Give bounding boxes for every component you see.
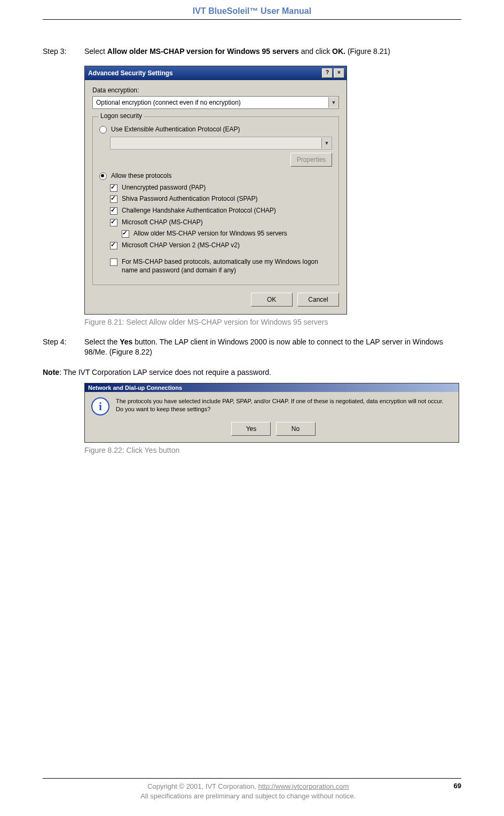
checkbox-mschap2[interactable] bbox=[110, 242, 117, 249]
logon-security-group: Logon security Use Extensible Authentica… bbox=[92, 116, 339, 285]
page-number: 69 bbox=[454, 782, 461, 790]
doc-header: IVT BlueSoleil™ User Manual bbox=[43, 6, 461, 19]
checkbox-auto-logon[interactable] bbox=[110, 258, 117, 266]
checkbox-chap[interactable] bbox=[110, 207, 117, 215]
eap-combo: ▼ bbox=[110, 137, 332, 150]
encryption-value: Optional encryption (connect even if no … bbox=[93, 99, 328, 106]
figure-8-22-caption: Figure 8.22: Click Yes button bbox=[84, 446, 461, 454]
step4-row: Step 4: Select the Yes button. The LAP c… bbox=[43, 337, 461, 358]
radio-eap[interactable] bbox=[99, 126, 107, 134]
doc-footer: Copyright © 2001, IVT Corporation, http:… bbox=[43, 778, 461, 801]
properties-button: Properties bbox=[290, 153, 332, 167]
dialog2-title: Network and Dial-up Connections bbox=[88, 385, 456, 391]
checkbox-mschap2-label: Microsoft CHAP Version 2 (MS-CHAP v2) bbox=[122, 241, 240, 250]
dialog1-titlebar: Advanced Security Settings ? × bbox=[85, 66, 346, 80]
checkbox-mschap-older[interactable] bbox=[122, 230, 129, 238]
checkbox-mschap-older-label: Allow older MS-CHAP version for Windows … bbox=[133, 230, 287, 238]
step3-post: (Figure 8.21) bbox=[345, 47, 390, 56]
checkbox-pap[interactable] bbox=[110, 184, 117, 192]
checkbox-mschap[interactable] bbox=[110, 219, 117, 226]
cancel-button[interactable]: Cancel bbox=[297, 293, 339, 307]
figure-8-21-caption: Figure 8.21: Select Allow older MS-CHAP … bbox=[84, 318, 461, 326]
checkbox-mschap-label: Microsoft CHAP (MS-CHAP) bbox=[122, 218, 203, 227]
info-icon: i bbox=[91, 397, 109, 415]
step3-label: Step 3: bbox=[43, 46, 84, 57]
step4-body: Select the Yes button. The LAP client in… bbox=[84, 337, 461, 358]
note-row: Note: The IVT Corporation LAP service do… bbox=[43, 367, 461, 378]
yes-button[interactable]: Yes bbox=[231, 422, 271, 436]
note-label: Note bbox=[43, 368, 59, 376]
step3-row: Step 3: Select Allow older MS-CHAP versi… bbox=[43, 46, 461, 57]
logon-security-legend: Logon security bbox=[98, 112, 144, 120]
dialog2-titlebar: Network and Dial-up Connections bbox=[85, 383, 459, 392]
checkbox-auto-logon-label: For MS-CHAP based protocols, automatical… bbox=[122, 258, 332, 274]
footer-disclaimer: All specifications are preliminary and s… bbox=[140, 792, 356, 800]
checkbox-chap-label: Challenge Handshake Authentication Proto… bbox=[122, 207, 276, 215]
chevron-down-icon: ▼ bbox=[321, 138, 332, 148]
step3-bold2: OK. bbox=[332, 47, 345, 56]
footer-copyright: Copyright © 2001, IVT Corporation, bbox=[147, 782, 258, 790]
dialog2-message: The protocols you have selected include … bbox=[116, 397, 452, 413]
step3-mid: and click bbox=[299, 47, 332, 56]
radio-allow-protocols[interactable] bbox=[99, 172, 107, 180]
step3-bold1: Allow older MS-CHAP version for Windows … bbox=[107, 47, 299, 56]
advanced-security-dialog: Advanced Security Settings ? × Data encr… bbox=[84, 66, 347, 315]
footer-link[interactable]: http://www.ivtcorporation.com bbox=[258, 782, 349, 790]
encryption-label: Data encryption: bbox=[92, 87, 339, 94]
ok-button[interactable]: OK bbox=[251, 293, 293, 307]
chevron-down-icon[interactable]: ▼ bbox=[328, 97, 338, 108]
step3-body: Select Allow older MS-CHAP version for W… bbox=[84, 46, 461, 57]
header-rule bbox=[43, 19, 461, 20]
checkbox-pap-label: Unencrypted password (PAP) bbox=[122, 184, 206, 192]
step4-post: button. The LAP client in Windows 2000 i… bbox=[84, 338, 443, 357]
checkbox-spap[interactable] bbox=[110, 195, 117, 203]
step4-pre: Select the bbox=[84, 338, 120, 346]
step3-pre: Select bbox=[84, 47, 107, 56]
radio-allow-protocols-label: Allow these protocols bbox=[111, 172, 171, 181]
help-icon[interactable]: ? bbox=[322, 68, 333, 78]
radio-eap-label: Use Extensible Authentication Protocol (… bbox=[111, 125, 240, 134]
note-text: : The IVT Corporation LAP service does n… bbox=[59, 368, 271, 376]
close-icon[interactable]: × bbox=[334, 68, 344, 78]
step4-bold: Yes bbox=[120, 338, 132, 346]
encryption-combo[interactable]: Optional encryption (connect even if no … bbox=[92, 96, 339, 109]
no-button[interactable]: No bbox=[276, 422, 316, 436]
network-dialup-dialog: Network and Dial-up Connections i The pr… bbox=[84, 383, 459, 443]
dialog1-title: Advanced Security Settings bbox=[88, 69, 321, 77]
step4-label: Step 4: bbox=[43, 337, 84, 358]
checkbox-spap-label: Shiva Password Authentication Protocol (… bbox=[122, 195, 258, 203]
